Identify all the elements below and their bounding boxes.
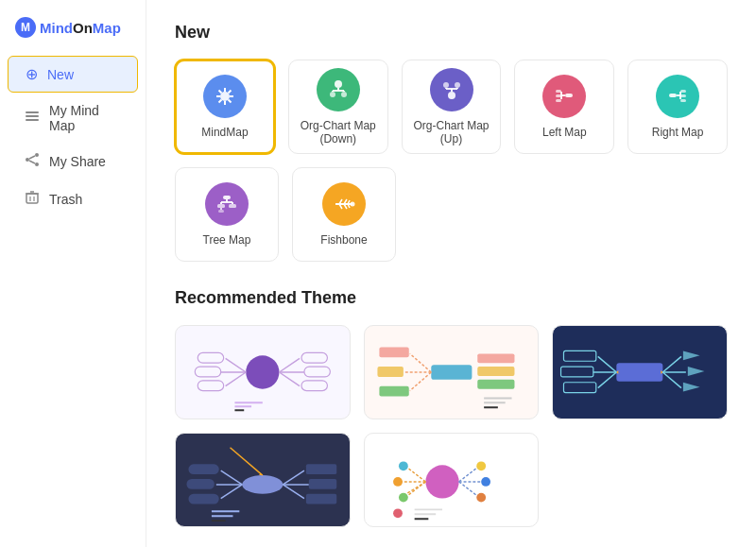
svg-rect-59 xyxy=(229,204,236,208)
map-card-left-map[interactable]: Left Map xyxy=(514,60,614,154)
left-map-label: Left Map xyxy=(542,126,587,139)
sidebar-item-my-mind-map[interactable]: My Mind Map xyxy=(8,94,138,142)
svg-rect-126 xyxy=(306,494,336,504)
svg-rect-0 xyxy=(26,111,39,113)
svg-line-141 xyxy=(458,466,479,482)
svg-line-18 xyxy=(218,91,221,94)
svg-point-144 xyxy=(476,461,486,470)
svg-point-27 xyxy=(341,92,347,97)
map-card-right-map[interactable]: Right Map xyxy=(627,60,728,154)
right-map-icon xyxy=(656,75,699,118)
logo-text: MindOnMap xyxy=(40,20,121,36)
svg-rect-119 xyxy=(186,479,214,489)
svg-rect-50 xyxy=(680,90,686,93)
svg-line-117 xyxy=(221,485,243,499)
svg-line-106 xyxy=(663,356,682,372)
trash-icon xyxy=(25,190,40,209)
theme-card-1[interactable] xyxy=(175,325,351,419)
svg-marker-109 xyxy=(683,350,700,360)
sidebar-item-new[interactable]: ⊕ New xyxy=(8,56,138,93)
svg-line-102 xyxy=(598,372,617,388)
svg-rect-43 xyxy=(556,99,561,102)
svg-line-115 xyxy=(221,470,243,485)
right-map-label: Right Map xyxy=(652,126,704,139)
map-type-row1: MindMap Org-Chart Map (Down) xyxy=(175,60,728,154)
svg-point-30 xyxy=(448,92,455,99)
svg-point-26 xyxy=(330,92,335,97)
svg-line-73 xyxy=(226,372,247,386)
svg-point-4 xyxy=(26,158,29,162)
mind-map-icon xyxy=(25,109,40,128)
sidebar-item-myshare-label: My Share xyxy=(49,154,106,169)
sidebar-item-trash-label: Trash xyxy=(49,192,82,207)
theme-card-3[interactable] xyxy=(552,325,728,419)
sidebar-item-mymindmap-label: My Mind Map xyxy=(49,103,121,133)
svg-rect-80 xyxy=(301,352,327,363)
svg-rect-38 xyxy=(565,94,573,97)
svg-line-71 xyxy=(226,358,247,372)
svg-line-77 xyxy=(279,358,300,372)
svg-point-3 xyxy=(35,153,39,157)
svg-rect-86 xyxy=(431,365,472,380)
tree-map-label: Tree Map xyxy=(203,233,251,247)
share-icon xyxy=(25,152,40,171)
svg-line-21 xyxy=(218,100,221,103)
svg-line-127 xyxy=(231,448,263,475)
svg-rect-103 xyxy=(564,350,596,361)
map-card-fishbone[interactable]: Fishbone xyxy=(292,167,396,262)
fishbone-icon xyxy=(322,182,366,226)
svg-point-138 xyxy=(393,477,403,487)
svg-rect-81 xyxy=(304,367,330,377)
svg-line-108 xyxy=(663,372,682,388)
map-card-tree-map[interactable]: Tree Map xyxy=(175,167,279,262)
svg-rect-47 xyxy=(669,94,677,97)
theme-card-4[interactable] xyxy=(175,433,351,527)
svg-rect-82 xyxy=(301,381,327,391)
svg-rect-94 xyxy=(477,367,514,376)
sidebar-item-trash[interactable]: Trash xyxy=(8,181,138,217)
svg-line-19 xyxy=(228,100,231,103)
svg-point-146 xyxy=(476,493,486,503)
svg-rect-118 xyxy=(188,464,218,474)
svg-rect-76 xyxy=(198,381,223,391)
svg-line-135 xyxy=(404,482,425,498)
mindmap-icon xyxy=(203,75,247,118)
svg-line-89 xyxy=(409,372,431,391)
svg-point-35 xyxy=(455,82,460,88)
map-type-row2: Tree Map Fishbone xyxy=(175,167,728,262)
map-card-mindmap[interactable]: MindMap xyxy=(175,60,275,154)
fishbone-label: Fishbone xyxy=(320,233,367,247)
theme-card-2[interactable] xyxy=(364,325,540,419)
sidebar-item-my-share[interactable]: My Share xyxy=(8,144,138,179)
org-chart-down-label: Org-Chart Map (Down) xyxy=(289,119,387,145)
svg-line-100 xyxy=(598,356,617,372)
svg-marker-110 xyxy=(688,367,705,376)
svg-point-137 xyxy=(399,461,408,470)
new-section-title: New xyxy=(175,23,728,43)
svg-line-123 xyxy=(283,485,304,499)
svg-point-114 xyxy=(242,475,283,494)
svg-rect-95 xyxy=(477,380,514,389)
svg-rect-42 xyxy=(556,94,561,97)
svg-rect-104 xyxy=(561,367,593,377)
mindmap-label: MindMap xyxy=(201,126,248,139)
left-map-icon xyxy=(542,75,586,118)
svg-marker-111 xyxy=(683,383,700,392)
svg-point-63 xyxy=(351,202,355,207)
sidebar-item-new-label: New xyxy=(47,67,74,82)
theme-grid xyxy=(175,325,728,527)
tree-map-icon xyxy=(205,182,249,226)
org-chart-up-icon xyxy=(430,68,473,111)
org-chart-down-icon xyxy=(317,68,360,111)
svg-line-6 xyxy=(29,156,35,159)
svg-rect-93 xyxy=(477,353,514,363)
map-card-org-chart-down[interactable]: Org-Chart Map (Down) xyxy=(288,60,388,154)
svg-point-140 xyxy=(393,508,403,518)
svg-point-132 xyxy=(425,465,458,498)
logo: M MindOnMap xyxy=(0,11,146,55)
theme-card-5[interactable] xyxy=(364,433,540,527)
map-card-org-chart-up[interactable]: Org-Chart Map (Up) xyxy=(402,60,502,154)
svg-point-22 xyxy=(335,80,342,88)
svg-rect-124 xyxy=(306,464,336,474)
svg-rect-51 xyxy=(680,94,686,97)
